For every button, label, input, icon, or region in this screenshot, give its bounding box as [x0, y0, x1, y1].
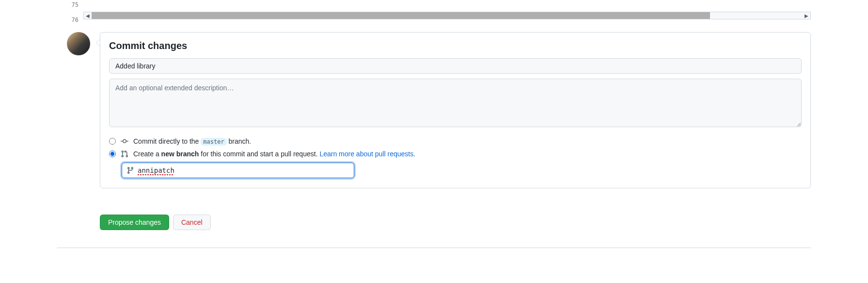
line-number-76: 76: [58, 17, 83, 23]
commit-newbranch-option[interactable]: Create a new branch for this commit and …: [109, 150, 802, 158]
commit-direct-option[interactable]: Commit directly to the master branch.: [109, 137, 802, 145]
commit-direct-radio[interactable]: [109, 138, 116, 145]
form-heading: Commit changes: [109, 40, 802, 51]
git-pull-request-icon: [121, 150, 128, 158]
branch-chip: master: [201, 138, 226, 146]
commit-direct-label: Commit directly to the master branch.: [133, 137, 251, 145]
commit-description-textarea[interactable]: [109, 79, 802, 127]
scroll-right-arrow-icon[interactable]: ▶: [803, 12, 810, 19]
footer-divider: [57, 248, 811, 248]
learn-more-link[interactable]: Learn more about pull requests.: [319, 150, 415, 158]
scroll-track[interactable]: [92, 12, 803, 19]
cancel-button[interactable]: Cancel: [173, 215, 211, 230]
commit-newbranch-label: Create a new branch for this commit and …: [133, 150, 415, 158]
branch-name-input[interactable]: [122, 163, 354, 178]
speech-caret-icon: [96, 39, 100, 47]
commit-form: Commit changes Commit directly to the ma…: [100, 32, 811, 188]
line-number-75: 75: [58, 0, 83, 10]
git-branch-icon: [126, 166, 134, 174]
commit-newbranch-radio[interactable]: [109, 150, 116, 157]
scroll-left-arrow-icon[interactable]: ◀: [84, 12, 92, 19]
propose-changes-button[interactable]: Propose changes: [100, 215, 169, 230]
git-commit-icon: [121, 137, 128, 145]
scroll-thumb[interactable]: [92, 12, 710, 19]
commit-summary-input[interactable]: [109, 58, 802, 74]
horizontal-scrollbar[interactable]: ◀ ▶: [83, 12, 811, 19]
avatar[interactable]: [67, 32, 90, 55]
